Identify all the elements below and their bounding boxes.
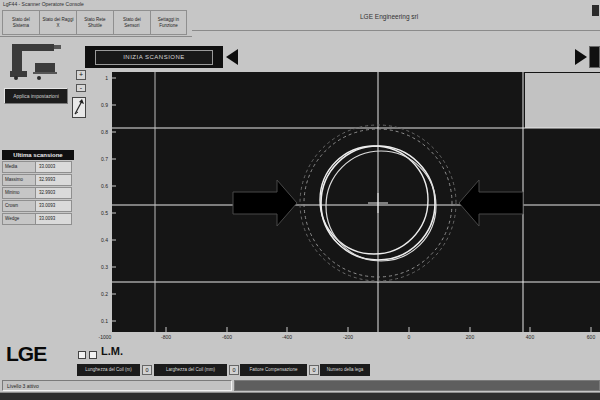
zoom-out-button[interactable]: - xyxy=(76,84,86,92)
tab-stato-sensori[interactable]: Stato dei Sensori xyxy=(113,10,150,35)
lm-checkbox-1[interactable] xyxy=(78,351,86,359)
scan-row-label: Media xyxy=(2,161,36,173)
right-pointer-arrow xyxy=(459,180,523,226)
y-tick-label: 0.2 xyxy=(92,291,108,297)
coil-width-value[interactable]: 0 xyxy=(229,365,239,375)
coil-length-label: Lunghezza del Coil (m) xyxy=(77,364,140,376)
nav-right-arrow-icon[interactable] xyxy=(575,49,587,65)
scan-row-value: 32.9993 xyxy=(36,174,72,186)
scan-row-value: 33.0093 xyxy=(36,200,72,212)
y-tick-label: 0.7 xyxy=(92,156,108,162)
scan-row-value: 33.0003 xyxy=(36,161,72,173)
y-tick-label: 0.3 xyxy=(92,264,108,270)
y-tick-label: 0.8 xyxy=(92,129,108,135)
nav-left-arrow-icon[interactable] xyxy=(226,49,238,65)
y-tick-label: 0.1 xyxy=(92,318,108,324)
y-tick-label: 0.5 xyxy=(92,210,108,216)
x-tick-label: -600 xyxy=(212,334,242,340)
nav-end-box xyxy=(589,46,600,68)
tab-bar: Stato del Sistema Stato dei Raggi X Stat… xyxy=(2,10,187,35)
left-pointer-arrow xyxy=(233,180,297,226)
coil-length-value[interactable]: 0 xyxy=(142,365,152,375)
lge-logo: LGE xyxy=(6,342,46,366)
y-tick-label: 1 xyxy=(92,75,108,81)
app-mini-icon xyxy=(592,5,599,16)
x-tick-label: 0 xyxy=(394,334,424,340)
y-tick-label: 0.6 xyxy=(92,183,108,189)
table-row: Crown 33.0093 xyxy=(2,200,74,212)
c-frame-gauge-icon xyxy=(8,42,64,80)
scan-row-value: 33.0093 xyxy=(36,213,72,225)
header-divider-line xyxy=(192,30,600,31)
compensation-factor-value[interactable]: 0 xyxy=(309,365,319,375)
scan-plot-area[interactable] xyxy=(112,72,600,332)
coil-width-label: Larghezza del Coil (mm) xyxy=(154,364,227,376)
tab-stato-rete[interactable]: Stato Rete Shuttle xyxy=(76,10,113,35)
x-tick-label: -400 xyxy=(272,334,302,340)
scan-row-label: Massimo xyxy=(2,174,36,186)
scan-row-value: 32.9903 xyxy=(36,187,72,199)
tab-settaggi[interactable]: Settaggi in Funzione xyxy=(150,10,187,35)
plot-legend-box xyxy=(525,73,600,128)
last-scan-panel: Ultima scansione Media 33.0003 Massimo 3… xyxy=(2,150,74,225)
scan-row-label: Crown xyxy=(2,200,36,212)
lm-checkbox-2[interactable] xyxy=(89,351,97,359)
alloy-number-label: Numero della lega xyxy=(320,364,370,376)
table-row: Media 33.0003 xyxy=(2,161,74,173)
x-tick-label: 600 xyxy=(576,334,600,340)
scan-profile-ring xyxy=(326,151,436,261)
tab-divider-line xyxy=(0,36,192,37)
company-label: LGE Engineering srl xyxy=(360,13,418,20)
last-scan-title: Ultima scansione xyxy=(2,150,74,160)
table-row: Wedge 33.0093 xyxy=(2,213,74,225)
table-row: Massimo 32.9993 xyxy=(2,174,74,186)
x-tick-label: 200 xyxy=(455,334,485,340)
zoom-in-button[interactable]: + xyxy=(76,70,86,80)
scan-toolbar: INIZIA SCANSIONE xyxy=(85,46,223,68)
start-scan-button[interactable]: INIZIA SCANSIONE xyxy=(95,50,213,65)
x-tick-label: -800 xyxy=(151,334,181,340)
scan-row-label: Minimo xyxy=(2,187,36,199)
lm-label: L.M. xyxy=(101,345,123,357)
measure-tool-icon[interactable] xyxy=(72,97,86,118)
window-title: LgF44 - Scanner Operatore Console xyxy=(0,0,600,9)
x-tick-label: -1000 xyxy=(90,334,120,340)
table-row: Minimo 32.9903 xyxy=(2,187,74,199)
tab-stato-raggi[interactable]: Stato dei Raggi X xyxy=(39,10,76,35)
status-access-level: Livello 3 attivo xyxy=(2,380,232,391)
x-tick-label: -200 xyxy=(333,334,363,340)
status-progress-bar xyxy=(234,380,600,391)
tab-stato-sistema[interactable]: Stato del Sistema xyxy=(2,10,39,35)
x-tick-label: 400 xyxy=(515,334,545,340)
compensation-factor-label: Fattore Compensazione xyxy=(240,364,307,376)
apply-settings-button[interactable]: Applica impostazioni xyxy=(4,88,68,104)
window-bottom-edge xyxy=(0,392,600,400)
y-tick-label: 0.9 xyxy=(92,102,108,108)
scan-row-label: Wedge xyxy=(2,213,36,225)
y-tick-label: 0.4 xyxy=(92,237,108,243)
